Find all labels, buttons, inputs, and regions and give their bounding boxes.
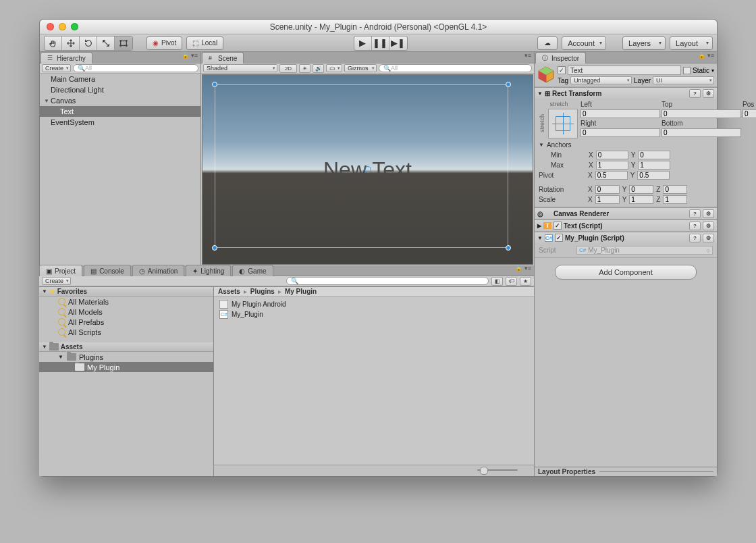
project-folder-selected[interactable]: My Plugin bbox=[39, 362, 213, 372]
hierarchy-search[interactable]: 🔍All bbox=[73, 64, 198, 72]
project-file[interactable]: C#My_Plugin bbox=[219, 309, 529, 319]
favorite-item[interactable]: All Scripts bbox=[39, 327, 213, 337]
script-object-field[interactable]: C#My_Plugin○ bbox=[576, 246, 713, 255]
component-settings-icon[interactable]: ⚙ bbox=[703, 222, 714, 230]
component-help-icon[interactable]: ? bbox=[689, 234, 701, 242]
layers-dropdown[interactable]: Layers bbox=[622, 36, 666, 50]
hierarchy-item-text[interactable]: Text bbox=[40, 106, 200, 117]
move-tool[interactable] bbox=[62, 36, 80, 50]
hierarchy-item[interactable]: EventSystem bbox=[40, 117, 200, 128]
rect-handle-bl[interactable] bbox=[212, 245, 217, 251]
project-breadcrumb[interactable]: Assets▸ Plugins▸ My Plugin bbox=[214, 287, 534, 296]
project-tab[interactable]: ▣ Project bbox=[39, 265, 82, 276]
project-filter-type[interactable]: ◧ bbox=[491, 277, 503, 286]
gizmos-dropdown[interactable]: Gizmos bbox=[344, 64, 377, 72]
add-component-button[interactable]: Add Component bbox=[555, 265, 697, 280]
rot-y[interactable] bbox=[629, 185, 653, 194]
anchor-max-x[interactable] bbox=[596, 161, 628, 170]
cloud-button[interactable]: ☁ bbox=[537, 36, 558, 50]
scene-render-mode[interactable]: Shaded bbox=[203, 64, 277, 72]
component-help-icon[interactable]: ? bbox=[689, 222, 701, 230]
myplugin-enabled-checkbox[interactable]: ✓ bbox=[555, 234, 563, 242]
component-settings-icon[interactable]: ⚙ bbox=[703, 209, 714, 218]
hierarchy-tab[interactable]: ☰Hierarchy bbox=[40, 52, 92, 63]
project-filter-label[interactable]: 🏷 bbox=[506, 277, 517, 286]
project-zoom-slider[interactable] bbox=[477, 467, 518, 473]
project-search[interactable]: 🔍 bbox=[286, 277, 489, 285]
gameobject-active-checkbox[interactable]: ✓ bbox=[558, 66, 566, 74]
scene-lighting-toggle[interactable]: ☀ bbox=[299, 64, 310, 73]
tag-dropdown[interactable]: Untagged bbox=[570, 76, 632, 84]
inspector-tab-menu[interactable]: 🔒 ▾≡ bbox=[695, 52, 717, 63]
hierarchy-create-dropdown[interactable]: Create bbox=[42, 64, 71, 72]
rot-z[interactable] bbox=[663, 185, 687, 194]
rot-x[interactable] bbox=[595, 185, 620, 194]
project-file[interactable]: My Plugin Android bbox=[219, 299, 529, 309]
layout-dropdown[interactable]: Layout bbox=[670, 36, 713, 50]
rect-top-input[interactable] bbox=[662, 109, 741, 118]
hierarchy-item[interactable]: Main Camera bbox=[40, 74, 200, 84]
component-settings-icon[interactable]: ⚙ bbox=[703, 89, 714, 98]
static-dropdown[interactable]: ▾ bbox=[711, 68, 714, 74]
assets-header[interactable]: ▼ Assets bbox=[39, 342, 213, 352]
anchor-max-y[interactable] bbox=[638, 161, 670, 170]
project-tab-menu[interactable]: 🔒 ▾≡ bbox=[512, 265, 534, 276]
rect-bottom-input[interactable] bbox=[662, 128, 741, 137]
scene-view[interactable]: New Text bbox=[202, 74, 533, 265]
rect-handle-tl[interactable] bbox=[212, 82, 217, 87]
hierarchy-tab-menu[interactable]: 🔒 ▾≡ bbox=[179, 52, 200, 63]
rect-left-input[interactable] bbox=[580, 109, 660, 118]
static-checkbox[interactable] bbox=[683, 67, 691, 74]
scene-search[interactable]: 🔍All bbox=[379, 64, 532, 72]
pivot-y[interactable] bbox=[637, 171, 670, 180]
component-settings-icon[interactable]: ⚙ bbox=[703, 234, 714, 242]
pivot-toggle[interactable]: ◉Pivot bbox=[146, 36, 182, 50]
scene-audio-toggle[interactable]: 🔊 bbox=[313, 64, 324, 73]
hand-tool[interactable] bbox=[45, 36, 62, 50]
layer-dropdown[interactable]: UI bbox=[653, 76, 714, 84]
pause-button[interactable]: ❚❚ bbox=[372, 36, 389, 50]
rect-tool[interactable] bbox=[115, 36, 132, 50]
component-help-icon[interactable]: ? bbox=[689, 89, 701, 98]
account-dropdown[interactable]: Account bbox=[562, 36, 606, 50]
local-toggle[interactable]: ⬚Local bbox=[186, 36, 223, 50]
rect-pivot-handle[interactable] bbox=[364, 166, 371, 173]
gameobject-name-input[interactable] bbox=[568, 66, 681, 75]
project-folder[interactable]: ▼Plugins bbox=[39, 352, 213, 362]
hierarchy-item[interactable]: Directional Light bbox=[40, 84, 200, 95]
pivot-x[interactable] bbox=[595, 171, 628, 180]
scale-x[interactable] bbox=[595, 195, 620, 204]
favorites-header[interactable]: ▼★ Favorites bbox=[39, 287, 213, 296]
rotate-tool[interactable] bbox=[80, 36, 97, 50]
scale-z[interactable] bbox=[663, 195, 687, 204]
inspector-tab[interactable]: ⓘInspector bbox=[535, 52, 586, 63]
anchor-min-y[interactable] bbox=[638, 151, 670, 159]
rect-handle-br[interactable] bbox=[506, 245, 511, 251]
favorite-item[interactable]: All Prefabs bbox=[39, 317, 213, 327]
hierarchy-item-canvas[interactable]: ▼Canvas bbox=[40, 95, 200, 106]
layout-properties-header[interactable]: Layout Properties bbox=[535, 467, 717, 476]
text-enabled-checkbox[interactable]: ✓ bbox=[554, 222, 562, 230]
anchor-min-x[interactable] bbox=[596, 151, 628, 159]
console-tab[interactable]: ▤ Console bbox=[84, 265, 131, 276]
rect-handle-tr[interactable] bbox=[506, 82, 511, 87]
game-tab[interactable]: ◐ Game bbox=[232, 265, 273, 276]
scale-y[interactable] bbox=[629, 195, 653, 204]
scale-tool[interactable] bbox=[97, 36, 115, 50]
anchor-preset-button[interactable] bbox=[548, 109, 578, 138]
scene-2d-toggle[interactable]: 2D bbox=[279, 64, 297, 73]
project-create-dropdown[interactable]: Create bbox=[42, 277, 71, 285]
project-save-search[interactable]: ★ bbox=[520, 277, 531, 286]
rect-posz-input[interactable] bbox=[742, 109, 756, 118]
favorite-item[interactable]: All Materials bbox=[39, 296, 213, 307]
lighting-tab[interactable]: ✦ Lighting bbox=[186, 265, 231, 276]
step-button[interactable]: ▶❚ bbox=[389, 36, 407, 50]
rect-right-input[interactable] bbox=[580, 128, 660, 137]
favorite-item[interactable]: All Models bbox=[39, 307, 213, 317]
gameobject-icon[interactable] bbox=[537, 66, 555, 83]
scene-tab[interactable]: #Scene bbox=[202, 52, 244, 63]
component-help-icon[interactable]: ? bbox=[689, 209, 701, 218]
play-button[interactable]: ▶ bbox=[354, 36, 372, 50]
scene-tab-menu[interactable]: ▾≡ bbox=[522, 52, 534, 63]
animation-tab[interactable]: ◷ Animation bbox=[132, 265, 184, 276]
